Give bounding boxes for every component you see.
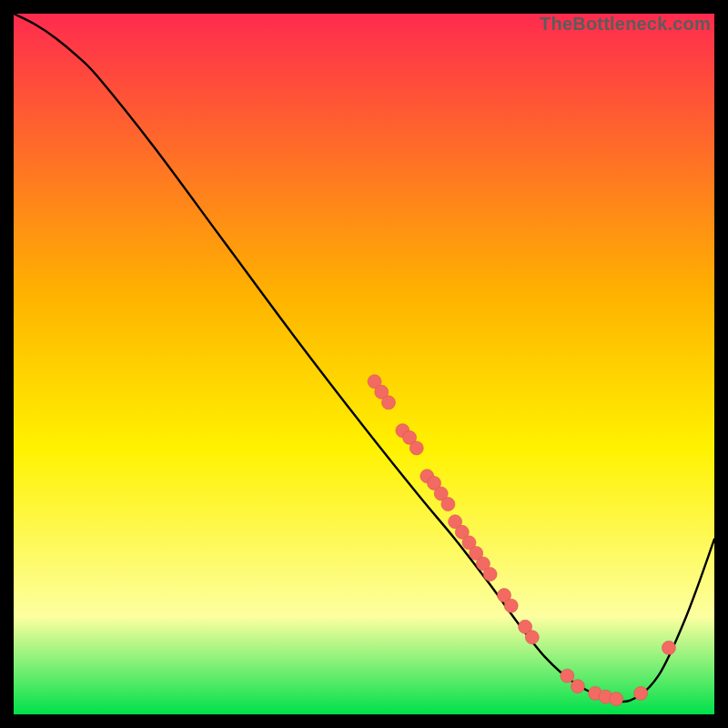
scatter-dot (483, 568, 497, 581)
scatter-dot (525, 631, 539, 644)
scatter-dot (410, 441, 423, 455)
scatter-dot (561, 669, 574, 682)
scatter-dot (381, 396, 395, 410)
scatter-dot (662, 641, 675, 654)
watermark-text: TheBottleneck.com (540, 14, 711, 35)
scatter-dot (441, 498, 455, 511)
scatter-dot (634, 686, 648, 700)
scatter-dot (571, 680, 584, 693)
gradient-background (14, 14, 714, 714)
chart-frame: TheBottleneck.com (14, 14, 714, 714)
scatter-dot (504, 599, 518, 612)
bottleneck-chart (14, 14, 714, 714)
scatter-dot (610, 693, 623, 706)
